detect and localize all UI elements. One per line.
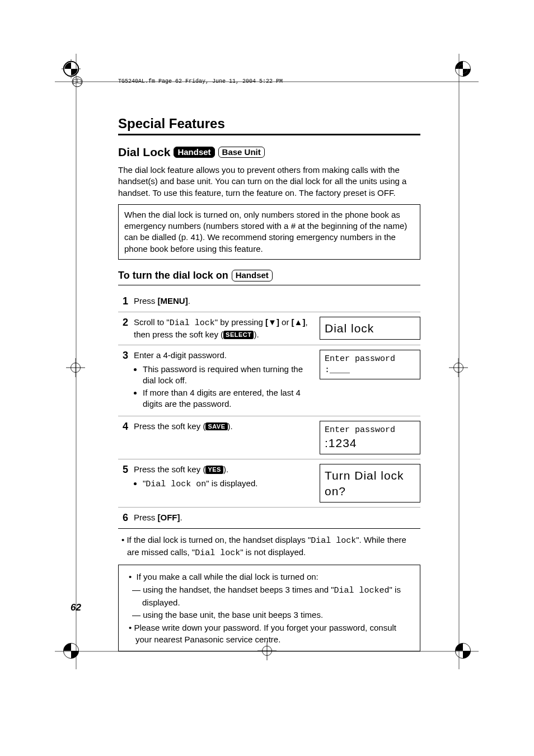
info-box: When the dial lock is turned on, only nu… bbox=[118, 204, 420, 260]
step-number: 5 bbox=[118, 464, 128, 476]
after-note: • If the dial lock is turned on, the han… bbox=[118, 534, 420, 560]
step-body: Scroll to "Dial lock" by pressing [▼] or… bbox=[134, 317, 314, 341]
registration-mark-icon bbox=[62, 641, 81, 660]
step-number: 2 bbox=[118, 317, 128, 328]
registration-mark-icon bbox=[453, 59, 472, 78]
steps-list: 1 Press [MENU]. 2 Scroll to "Dial lock" … bbox=[118, 291, 420, 529]
intro-paragraph: The dial lock feature allows you to prev… bbox=[118, 165, 420, 199]
tag-base-unit: Base Unit bbox=[218, 147, 265, 158]
section-rule bbox=[118, 134, 420, 135]
lcd-display: Turn Dial lock on? bbox=[320, 464, 420, 503]
step-6: 6 Press [OFF]. bbox=[118, 508, 420, 529]
softkey-save: SAVE bbox=[205, 422, 227, 431]
feature-title-text: Dial Lock bbox=[118, 145, 170, 159]
crop-target-icon bbox=[449, 358, 468, 377]
step-body: Press [MENU]. bbox=[134, 295, 420, 307]
softkey-select: SELECT bbox=[223, 331, 254, 339]
step-4: 4 Press the soft key (SAVE). Enter passw… bbox=[118, 416, 420, 460]
step-number: 3 bbox=[118, 350, 128, 361]
lcd-display: Dial lock bbox=[320, 317, 420, 340]
subheading-text: To turn the dial lock on bbox=[118, 270, 228, 281]
step-number: 4 bbox=[118, 421, 128, 433]
subheading-rule bbox=[118, 285, 420, 285]
step-5: 5 Press the soft key (YES). "Dial lock o… bbox=[118, 459, 420, 508]
step-body: Press [OFF]. bbox=[134, 512, 420, 523]
step-3: 3 Enter a 4-digit password. This passwor… bbox=[118, 345, 420, 416]
section-title: Special Features bbox=[118, 116, 420, 132]
registration-mark-icon bbox=[453, 641, 472, 660]
step-body: Enter a 4-digit password. This password … bbox=[134, 350, 314, 411]
step-1: 1 Press [MENU]. bbox=[118, 291, 420, 312]
lcd-display: Enter password :1234 bbox=[320, 421, 420, 455]
step-number: 6 bbox=[118, 512, 128, 524]
tag-handset-sub: Handset bbox=[232, 270, 273, 281]
step-number: 1 bbox=[118, 295, 128, 307]
page-header-meta: TG5240AL.fm Page 62 Friday, June 11, 200… bbox=[118, 78, 420, 84]
feature-heading: Dial Lock Handset Base Unit bbox=[118, 145, 265, 159]
step-body: Press the soft key (SAVE). bbox=[134, 421, 314, 432]
book-icon bbox=[72, 76, 83, 87]
tag-handset: Handset bbox=[174, 147, 214, 158]
softkey-yes: YES bbox=[205, 466, 223, 474]
step-2: 2 Scroll to "Dial lock" by pressing [▼] … bbox=[118, 312, 420, 346]
crop-target-icon bbox=[66, 358, 85, 377]
registration-mark-icon bbox=[62, 59, 81, 78]
subheading: To turn the dial lock on Handset bbox=[118, 270, 273, 281]
page-number: 62 bbox=[71, 602, 81, 613]
step-body: Press the soft key (YES). "Dial lock on"… bbox=[134, 464, 314, 491]
tips-box: • If you make a call while the dial lock… bbox=[118, 565, 420, 651]
lcd-display: Enter password :____ bbox=[320, 350, 420, 379]
